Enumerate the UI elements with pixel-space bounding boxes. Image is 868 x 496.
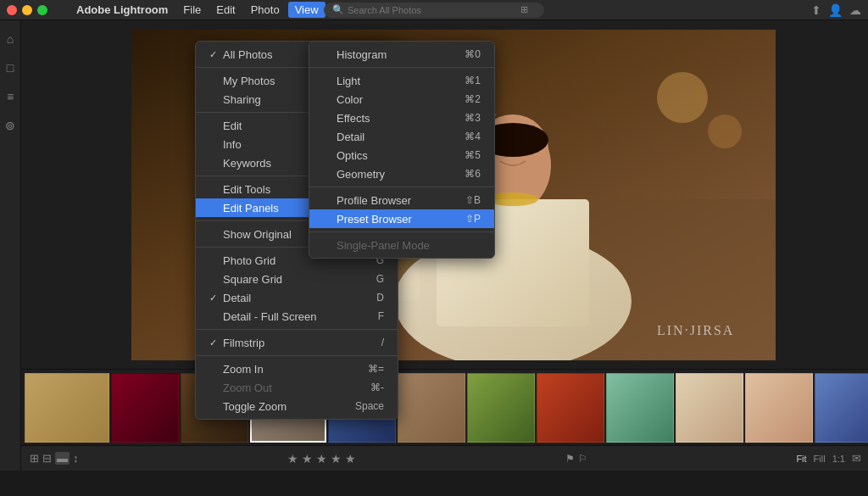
menu-zoom-in[interactable]: Zoom In ⌘= bbox=[196, 359, 398, 378]
reject-icon[interactable]: ⚐ bbox=[578, 453, 587, 465]
filmstrip-thumb[interactable] bbox=[606, 373, 674, 443]
filmstrip-thumb[interactable] bbox=[111, 373, 179, 443]
menu-effects[interactable]: Effects ⌘3 bbox=[309, 109, 494, 127]
menu-item-label: Detail bbox=[337, 131, 451, 143]
menu-zoom-out[interactable]: Zoom Out ⌘- bbox=[196, 378, 398, 397]
menu-item-label: Geometry bbox=[337, 168, 451, 181]
separator bbox=[309, 67, 494, 68]
shortcut-label: ⇧P bbox=[465, 213, 481, 225]
search-icon: 🔍 bbox=[332, 4, 344, 15]
menu-item-label: Square Grid bbox=[223, 273, 363, 286]
star-3[interactable]: ★ bbox=[316, 452, 327, 465]
star-2[interactable]: ★ bbox=[302, 452, 313, 465]
menu-view[interactable]: View bbox=[288, 2, 326, 18]
menu-profile-browser[interactable]: Profile Browser ⇧B bbox=[309, 191, 494, 209]
bottom-right-info: Fit Fill 1:1 ✉ ↗ bbox=[796, 452, 868, 465]
separator bbox=[309, 231, 494, 232]
shortcut-label: ⌘5 bbox=[465, 149, 481, 161]
thumb-view-icon[interactable]: ⊟ bbox=[42, 452, 52, 465]
menu-detail[interactable]: ✓ Detail D bbox=[196, 288, 398, 307]
menu-item-label: Zoom In bbox=[223, 363, 354, 376]
mail-icon[interactable]: ✉ bbox=[852, 452, 861, 465]
star-5[interactable]: ★ bbox=[345, 452, 356, 465]
menu-light[interactable]: Light ⌘1 bbox=[309, 71, 494, 90]
filmstrip-thumb[interactable] bbox=[25, 373, 109, 443]
people-icon[interactable]: ⊚ bbox=[0, 115, 20, 136]
menu-item-label: Effects bbox=[337, 112, 451, 125]
search-input[interactable] bbox=[348, 5, 517, 15]
menu-toggle-zoom[interactable]: Toggle Zoom Space bbox=[196, 397, 398, 415]
filmstrip-thumb[interactable] bbox=[467, 373, 535, 443]
menu-file[interactable]: File bbox=[176, 2, 208, 18]
separator bbox=[196, 355, 398, 356]
zoom-label[interactable]: 1:1 bbox=[832, 454, 845, 464]
menu-item-label: Light bbox=[337, 75, 451, 87]
shortcut-label: ⌘2 bbox=[465, 93, 481, 105]
flag-icon[interactable]: ⚑ bbox=[565, 453, 575, 465]
shortcut-label: ⌘- bbox=[370, 382, 384, 393]
star-rating[interactable]: ★ ★ ★ ★ ★ bbox=[287, 452, 356, 465]
menu-item-label: Zoom Out bbox=[223, 382, 357, 394]
menu-item-label: Detail bbox=[223, 292, 363, 304]
menu-color[interactable]: Color ⌘2 bbox=[309, 90, 494, 109]
menu-preset-browser[interactable]: Preset Browser ⇧P bbox=[309, 209, 494, 228]
person-icon[interactable]: 👤 bbox=[828, 3, 843, 17]
shortcut-label: D bbox=[376, 292, 384, 304]
upload-icon[interactable]: ⬆ bbox=[811, 3, 821, 17]
filter-icon[interactable]: ⊞ bbox=[520, 4, 528, 15]
grid-view-icon[interactable]: ⊞ bbox=[30, 452, 39, 465]
menu-item-label: Preset Browser bbox=[337, 213, 452, 226]
menu-filmstrip[interactable]: ✓ Filmstrip / bbox=[196, 333, 398, 352]
cloud-icon[interactable]: ☁ bbox=[849, 3, 861, 17]
star-1[interactable]: ★ bbox=[287, 452, 298, 465]
menu-item-label: Detail - Full Screen bbox=[223, 310, 364, 323]
menu-item-label: Profile Browser bbox=[337, 194, 452, 207]
menu-detail-panel[interactable]: Detail ⌘4 bbox=[309, 127, 494, 146]
menu-item-label: Toggle Zoom bbox=[223, 400, 342, 413]
shortcut-label: ⌘3 bbox=[465, 112, 481, 124]
menu-square-grid[interactable]: Square Grid G bbox=[196, 270, 398, 288]
maximize-button[interactable] bbox=[37, 5, 47, 15]
minimize-button[interactable] bbox=[22, 5, 32, 15]
filmstrip-thumb[interactable] bbox=[676, 373, 743, 443]
star-4[interactable]: ★ bbox=[331, 452, 342, 465]
list-view-icon[interactable]: ▬ bbox=[55, 452, 70, 465]
app-name-menu[interactable]: Adobe Lightroom bbox=[70, 2, 175, 18]
shortcut-label: / bbox=[381, 337, 384, 348]
filmstrip-thumb[interactable] bbox=[537, 373, 604, 443]
menu-item-label: Optics bbox=[337, 149, 451, 162]
photos-icon[interactable]: □ bbox=[0, 58, 20, 78]
svg-text:LIN·JIRSA: LIN·JIRSA bbox=[657, 323, 734, 337]
shortcut-label: ⌘4 bbox=[465, 131, 481, 142]
menu-histogram[interactable]: Histogram ⌘0 bbox=[309, 45, 494, 64]
menu-photo[interactable]: Photo bbox=[244, 2, 287, 18]
traffic-lights bbox=[7, 5, 47, 15]
shortcut-label: ⌘= bbox=[368, 363, 384, 375]
sort-icon[interactable]: ↕ bbox=[73, 452, 79, 465]
filmstrip-thumb[interactable] bbox=[398, 373, 465, 443]
separator bbox=[196, 329, 398, 330]
filmstrip-thumb[interactable] bbox=[745, 373, 813, 443]
shortcut-label: Space bbox=[355, 400, 384, 412]
shortcut-label: ⌘0 bbox=[465, 48, 481, 60]
menu-item-label: Histogram bbox=[337, 48, 451, 61]
menu-single-panel[interactable]: Single-Panel Mode bbox=[309, 236, 494, 254]
close-button[interactable] bbox=[7, 5, 17, 15]
menu-edit[interactable]: Edit bbox=[209, 2, 242, 18]
menu-item-label: Single-Panel Mode bbox=[337, 239, 467, 252]
menu-bar: Adobe Lightroom File Edit Photo View Win… bbox=[0, 0, 868, 20]
menu-optics[interactable]: Optics ⌘5 bbox=[309, 146, 494, 164]
shortcut-label: ⌘1 bbox=[465, 75, 481, 86]
fill-label[interactable]: Fill bbox=[814, 454, 826, 464]
filmstrip-thumb[interactable] bbox=[815, 373, 868, 443]
menu-geometry[interactable]: Geometry ⌘6 bbox=[309, 164, 494, 183]
left-sidebar: ⌂ □ ≡ ⊚ bbox=[0, 20, 21, 471]
fit-label[interactable]: Fit bbox=[796, 454, 806, 464]
library-icon[interactable]: ≡ bbox=[0, 86, 20, 107]
svg-point-14 bbox=[708, 114, 742, 148]
svg-point-10 bbox=[487, 192, 538, 206]
bottom-bar: ⊞ ⊟ ▬ ↕ ★ ★ ★ ★ ★ ⚑ ⚐ Fit Fill 1:1 ✉ ↗ bbox=[21, 445, 868, 471]
menu-detail-fullscreen[interactable]: Detail - Full Screen F bbox=[196, 307, 398, 326]
home-icon[interactable]: ⌂ bbox=[0, 29, 20, 49]
edit-panels-submenu[interactable]: Histogram ⌘0 Light ⌘1 Color ⌘2 Effects ⌘… bbox=[309, 41, 495, 259]
